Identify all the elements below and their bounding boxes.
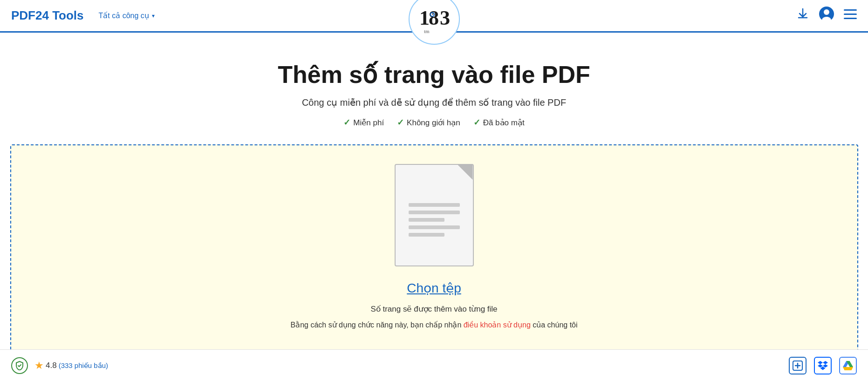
features-row: ✓ Miễn phí ✓ Không giới hạn ✓ Đã bảo mật [343,117,524,128]
feature-unlimited-label: Không giới hạn [407,118,460,128]
file-line-4 [409,225,460,229]
header-right-icons [796,6,857,25]
file-line-1 [409,203,460,207]
menu-icon[interactable] [844,8,857,23]
file-line-3 [409,218,444,222]
svg-point-4 [432,14,433,15]
rating-star-icon: ★ [34,360,44,372]
check-icon-unlimited: ✓ [397,117,404,128]
terms-text: Bằng cách sử dụng chức năng này, bạn chấ… [290,320,577,329]
svg-rect-13 [844,14,857,15]
all-tools-label: Tất cả công cụ [99,11,149,20]
site-logo[interactable]: PDF24 Tools [11,8,84,23]
svg-text:1: 1 [419,7,430,29]
bottom-bar: ★ 4.8 (333 phiếu bầu) [0,349,868,381]
check-icon-free: ✓ [343,117,350,128]
check-icon-secure: ✓ [473,117,480,128]
feature-secure: ✓ Đã bảo mật [473,117,525,128]
header: PDF24 Tools Tất cả công cụ ▾ 1 8 3 tm [0,0,868,33]
logo-svg: 1 8 3 tm [416,0,453,38]
file-line-5 [409,233,444,237]
file-line-2 [409,211,460,214]
terms-prefix: Bằng cách sử dụng chức năng này, bạn chấ… [290,321,463,329]
file-corner [458,165,473,180]
page-title: Thêm số trang vào file PDF [278,61,590,88]
choose-file-button[interactable]: Chọn tệp [407,280,461,296]
file-drop-zone[interactable]: Chọn tệp Số trang sẽ được thêm vào từng … [10,144,858,358]
feature-secure-label: Đã bảo mật [483,118,525,128]
bottom-right-upload-icons [789,357,857,374]
file-icon [395,164,474,266]
feature-unlimited: ✓ Không giới hạn [397,117,460,128]
shield-icon [11,357,28,374]
terms-suffix: của chúng tôi [531,321,578,329]
svg-text:tm: tm [424,28,430,34]
main-content: Thêm số trang vào file PDF Công cụ miễn … [0,33,868,377]
file-lines [409,203,460,237]
chevron-down-icon: ▾ [152,13,155,19]
svg-text:8: 8 [429,7,439,29]
download-icon[interactable] [796,7,809,24]
drop-description: Số trang sẽ được thêm vào từng file [370,304,497,314]
svg-text:3: 3 [440,7,450,29]
feature-free-label: Miễn phí [353,118,384,128]
add-file-button[interactable] [789,357,806,374]
rating-value: 4.8 [46,361,57,370]
terms-link[interactable]: điều khoản sử dụng [464,321,531,329]
profile-icon[interactable] [819,6,834,25]
page-subtitle: Công cụ miễn phí và dễ sử dụng để thêm s… [302,97,566,108]
dropbox-button[interactable] [814,357,832,374]
svg-rect-14 [844,18,857,19]
all-tools-button[interactable]: Tất cả công cụ ▾ [99,11,155,20]
svg-rect-12 [844,9,857,11]
svg-point-8 [824,9,829,15]
rating-count: (333 phiếu bầu) [59,361,108,370]
google-drive-button[interactable] [839,357,857,374]
feature-free: ✓ Miễn phí [343,117,384,128]
